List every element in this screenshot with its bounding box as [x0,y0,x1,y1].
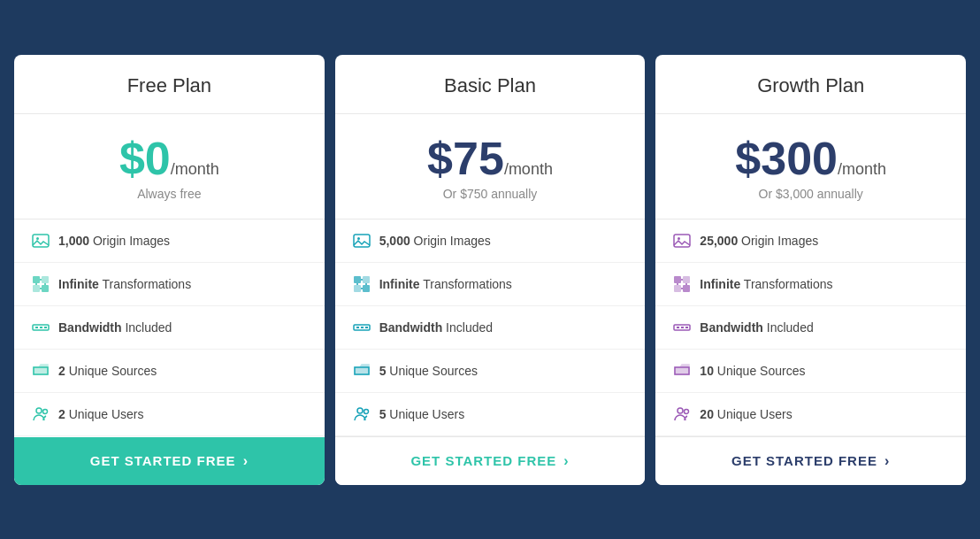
feature-item-basic-1: Infinite Transformations [335,263,646,306]
svg-rect-2 [33,276,40,283]
users-icon-basic-4 [353,405,371,423]
feature-item-basic-4: 5 Unique Users [335,393,646,436]
cta-label-growth: GET STARTED FREE [731,453,877,468]
svg-point-1 [36,237,39,240]
cta-button-basic[interactable]: GET STARTED FREE › [335,436,646,485]
svg-rect-34 [674,276,681,283]
feature-item-growth-4: 20 Unique Users [655,393,966,436]
plan-name-free: Free Plan [32,74,307,97]
cta-button-growth[interactable]: GET STARTED FREE › [655,436,966,485]
plan-features-basic: 5,000 Origin Images Infinite Transformat… [335,219,646,436]
plan-name-growth: Growth Plan [673,74,948,97]
feature-item-growth-3: 10 Unique Sources [655,350,966,393]
users-icon-free-4 [32,405,50,423]
svg-rect-13 [44,327,47,328]
svg-rect-12 [40,327,42,328]
feature-item-basic-3: 5 Unique Sources [335,350,646,393]
feature-text-free-0: 1,000 Origin Images [58,234,170,248]
feature-text-growth-0: 25,000 Origin Images [700,234,818,248]
svg-rect-45 [685,327,688,328]
feature-item-free-2: Bandwidth Included [14,306,325,350]
feature-text-basic-0: 5,000 Origin Images [379,234,491,248]
users-icon-growth-4 [673,405,691,423]
svg-rect-5 [42,285,49,292]
transform-icon-free-1 [32,275,50,293]
svg-point-14 [36,408,42,413]
svg-rect-4 [33,285,40,292]
svg-rect-3 [42,276,49,283]
sources-icon-basic-3 [353,362,371,380]
feature-text-growth-1: Infinite Transformations [700,277,832,291]
plan-pricing-free: $0/month Always free [14,114,325,219]
svg-point-31 [364,409,368,413]
svg-point-47 [685,409,689,413]
feature-item-free-3: 2 Unique Sources [14,350,325,393]
plan-pricing-growth: $300/month Or $3,000 annually [655,114,966,219]
cta-arrow-free: › [243,453,249,469]
svg-rect-43 [677,327,679,328]
svg-point-17 [357,237,360,240]
svg-rect-18 [354,276,361,283]
feature-item-basic-2: Bandwidth Included [335,306,646,350]
sources-icon-free-3 [32,362,50,380]
cta-label-basic: GET STARTED FREE [410,453,556,468]
plan-cta-free: GET STARTED FREE › [14,437,325,485]
svg-rect-36 [674,285,681,292]
feature-text-basic-4: 5 Unique Users [379,407,465,421]
plan-price-growth: $300/month [673,135,948,181]
plan-features-growth: 25,000 Origin Images Infinite Transforma… [655,219,966,436]
plan-header-basic: Basic Plan [335,55,646,114]
svg-point-33 [678,237,680,240]
feature-item-free-4: 2 Unique Users [14,393,325,436]
image-icon-growth-0 [673,232,691,250]
plan-cta-basic: GET STARTED FREE › [335,436,646,485]
plan-price-sub-growth: Or $3,000 annually [673,187,948,201]
svg-rect-28 [361,327,364,328]
feature-item-growth-1: Infinite Transformations [655,263,966,306]
plan-card-basic: Basic Plan $75/month Or $750 annually 5,… [335,55,646,485]
svg-rect-44 [681,327,684,328]
svg-point-46 [678,408,683,413]
bandwidth-icon-growth-2 [673,319,691,336]
feature-item-free-0: 1,000 Origin Images [14,219,325,263]
plan-price-free: $0/month [32,135,307,181]
image-icon-free-0 [32,232,50,250]
svg-rect-20 [354,285,361,292]
plan-pricing-basic: $75/month Or $750 annually [335,114,646,219]
transform-icon-basic-1 [353,275,371,293]
sources-icon-growth-3 [673,362,691,380]
feature-text-free-4: 2 Unique Users [58,407,144,421]
plan-cta-growth: GET STARTED FREE › [655,436,966,485]
svg-rect-27 [356,327,359,328]
svg-rect-19 [363,276,370,283]
cta-arrow-growth: › [884,453,890,469]
cta-arrow-basic: › [563,453,569,469]
image-icon-basic-0 [353,232,371,250]
feature-text-growth-3: 10 Unique Sources [700,364,805,378]
bandwidth-icon-basic-2 [353,319,371,336]
svg-point-15 [43,409,48,413]
feature-item-basic-0: 5,000 Origin Images [335,219,646,263]
transform-icon-growth-1 [673,275,691,293]
cta-label-free: GET STARTED FREE [90,453,236,468]
plan-card-growth: Growth Plan $300/month Or $3,000 annuall… [655,55,966,485]
svg-rect-29 [365,327,368,328]
svg-point-30 [357,408,363,413]
feature-text-growth-2: Bandwidth Included [700,320,813,335]
feature-text-basic-3: 5 Unique Sources [379,364,478,378]
cta-button-free[interactable]: GET STARTED FREE › [14,437,325,485]
svg-rect-35 [683,276,690,283]
feature-text-basic-1: Infinite Transformations [379,277,512,291]
plan-price-sub-basic: Or $750 annually [353,187,628,201]
plan-name-basic: Basic Plan [353,74,628,97]
plans-container: Free Plan $0/month Always free 1,000 Ori… [9,55,971,485]
feature-item-growth-0: 25,000 Origin Images [655,219,966,263]
feature-text-free-3: 2 Unique Sources [58,364,157,378]
feature-text-growth-4: 20 Unique Users [700,407,792,421]
plan-card-free: Free Plan $0/month Always free 1,000 Ori… [14,55,325,485]
feature-item-growth-2: Bandwidth Included [655,306,966,350]
svg-rect-21 [363,285,370,292]
plan-price-basic: $75/month [353,135,628,181]
plan-price-sub-free: Always free [32,187,307,201]
feature-text-basic-2: Bandwidth Included [379,320,493,335]
